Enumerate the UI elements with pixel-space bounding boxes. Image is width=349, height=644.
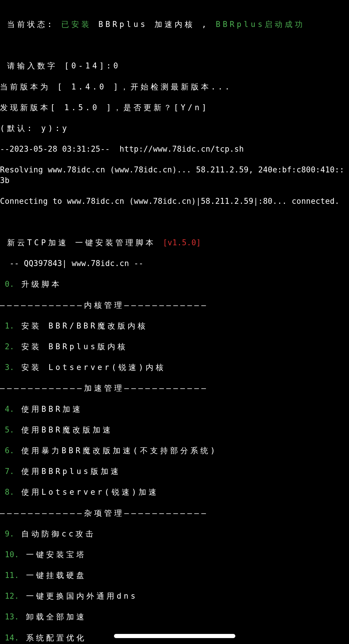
menu-item-2[interactable]: 2. 安装 BBRplus版内核 [0,342,349,352]
status-success: BBRplus启动成功 [216,20,305,29]
menu-item-13[interactable]: 13. 卸载全部加速 [0,612,349,622]
menu-item-6[interactable]: 6. 使用暴力BBR魔改版加速(不支持部分系统) [0,446,349,456]
version-check-line: 当前版本为 [ 1.4.0 ]，开始检测最新版本... [0,82,349,92]
wget-timestamp-line: --2023-05-28 03:31:25-- http://www.78idc… [0,144,349,154]
section-kernel: ————————————内核管理———————————— [0,300,349,310]
terminal-output[interactable]: 当前状态: 已安装 BBRplus 加速内核 , BBRplus启动成功 请输入… [0,9,349,644]
menu-item-10[interactable]: 10. 一键安装宝塔 [0,550,349,560]
menu-item-8[interactable]: 8. 使用Lotserver(锐速)加速 [0,487,349,497]
connecting-line: Connecting to www.78idc.cn (www.78idc.cn… [0,196,349,206]
resolving-line: Resolving www.78idc.cn (www.78idc.cn)...… [0,165,349,185]
status-installed: 已安装 [61,20,91,29]
menu-item-4[interactable]: 4. 使用BBR加速 [0,404,349,414]
blank-line [0,40,349,50]
menu-item-12[interactable]: 12. 一键更换国内外通用dns [0,591,349,601]
menu-item-3[interactable]: 3. 安装 Lotserver(锐速)内核 [0,362,349,373]
blank-line [0,217,349,227]
menu-item-1[interactable]: 1. 安装 BBR/BBR魔改版内核 [0,321,349,331]
menu-item-9[interactable]: 9. 自动防御cc攻击 [0,529,349,539]
home-indicator[interactable] [114,634,235,638]
menu-item-5[interactable]: 5. 使用BBR魔改版加速 [0,425,349,435]
menu-item-11[interactable]: 11. 一键挂载硬盘 [0,570,349,581]
input-prompt-1: 请输入数字 [0-14]:0 [0,61,349,71]
menu-item-0[interactable]: 0. 升级脚本 [0,279,349,289]
script-title-line: 新云TCP加速 一键安装管理脚本 [v1.5.0] [0,238,349,248]
default-prompt-line: (默认: y):y [0,123,349,134]
section-accel: ————————————加速管理———————————— [0,383,349,393]
section-misc: ————————————杂项管理———————————— [0,508,349,518]
script-credit-line: -- QQ397843| www.78idc.cn -- [0,258,349,269]
script-version: [v1.5.0] [163,238,201,247]
status-line-1: 当前状态: 已安装 BBRplus 加速内核 , BBRplus启动成功 [0,19,349,30]
menu-item-7[interactable]: 7. 使用BBRplus版加速 [0,466,349,477]
new-version-line: 发现新版本[ 1.5.0 ]，是否更新？[Y/n] [0,102,349,113]
